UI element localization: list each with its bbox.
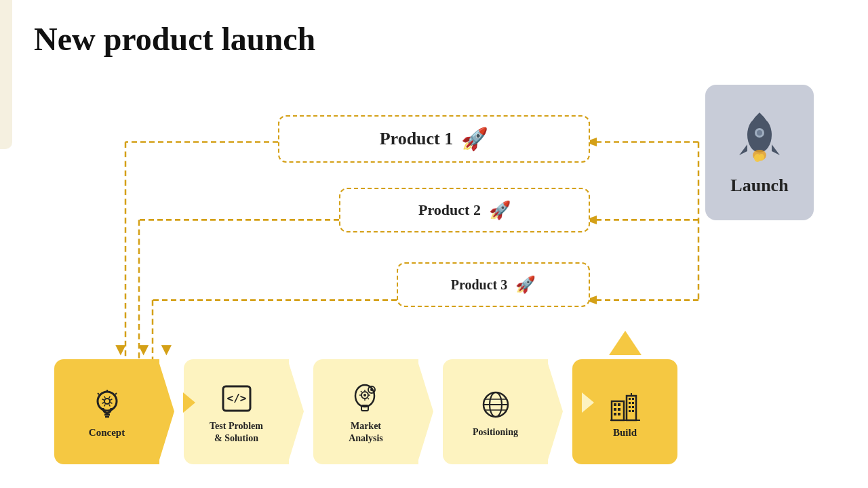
svg-point-26	[105, 399, 109, 403]
down-arrow-1: ▼	[112, 341, 130, 359]
product-2-label: Product 2	[418, 201, 481, 219]
svg-rect-54	[629, 398, 631, 400]
step-arrow-4	[582, 392, 601, 415]
svg-point-18	[759, 154, 764, 161]
svg-marker-64	[183, 392, 195, 413]
svg-rect-61	[632, 410, 634, 412]
launch-box: Launch	[705, 85, 814, 220]
positioning-label: Positioning	[473, 426, 518, 439]
svg-line-23	[98, 393, 99, 394]
svg-rect-55	[632, 398, 634, 400]
svg-marker-65	[316, 392, 328, 413]
page-title: New product launch	[34, 20, 841, 58]
page: New product launch	[0, 0, 868, 488]
build-label: Build	[613, 427, 637, 439]
product-2-box: Product 2 🚀	[339, 188, 590, 232]
svg-rect-51	[614, 413, 616, 415]
svg-rect-47	[614, 403, 616, 406]
concept-arrow-tip	[158, 359, 174, 464]
test-problem-icon: </>	[219, 381, 254, 416]
svg-line-37	[361, 391, 362, 392]
diagram: Product 1 🚀 Product 2 🚀 Product 3 🚀	[27, 78, 841, 471]
product-1-label: Product 1	[380, 129, 454, 149]
down-arrow-2: ▼	[135, 341, 153, 359]
svg-rect-48	[618, 403, 620, 406]
product-3-rocket: 🚀	[515, 275, 536, 294]
down-arrow-3: ▼	[157, 341, 175, 359]
svg-rect-57	[632, 402, 634, 404]
svg-rect-49	[614, 408, 616, 411]
svg-rect-56	[629, 402, 631, 404]
market-analysis-arrow-tip	[417, 359, 433, 464]
positioning-arrow-tip	[547, 359, 563, 464]
product-2-rocket: 🚀	[489, 200, 511, 221]
svg-rect-52	[618, 413, 620, 415]
svg-text:</>: </>	[226, 392, 246, 405]
svg-rect-60	[629, 410, 631, 412]
svg-point-40	[370, 388, 373, 391]
positioning-icon	[478, 387, 513, 422]
svg-marker-67	[582, 392, 594, 413]
svg-point-15	[757, 130, 762, 136]
market-analysis-label: MarketAnalysis	[349, 420, 383, 445]
svg-line-24	[115, 393, 117, 394]
concept-step: Concept	[54, 359, 159, 464]
concept-label: Concept	[89, 427, 125, 439]
product-3-label: Product 3	[451, 277, 508, 293]
svg-rect-58	[629, 406, 631, 408]
svg-rect-50	[618, 408, 620, 411]
step-arrow-3	[449, 392, 468, 415]
svg-rect-59	[632, 406, 634, 408]
product-1-box: Product 1 🚀	[278, 115, 590, 163]
market-analysis-icon	[349, 381, 384, 416]
product-1-rocket: 🚀	[461, 126, 488, 152]
step-arrow-2	[316, 392, 335, 415]
test-problem-arrow-tip	[288, 359, 304, 464]
svg-rect-53	[627, 396, 636, 420]
step-arrow-1	[183, 392, 202, 415]
corner-accent	[0, 0, 12, 149]
build-icon	[608, 388, 643, 423]
product-3-box: Product 3 🚀	[397, 262, 590, 307]
down-arrows: ▼ ▼ ▼	[112, 341, 175, 359]
svg-line-38	[368, 398, 369, 399]
concept-icon	[90, 388, 125, 423]
test-problem-label: Test Problem& Solution	[210, 420, 263, 445]
svg-point-32	[363, 394, 366, 396]
launch-rocket-icon	[732, 109, 787, 170]
launch-label: Launch	[730, 176, 788, 196]
svg-marker-66	[449, 392, 461, 413]
concept-wrapper: Concept	[54, 359, 159, 464]
build-up-arrow	[609, 331, 642, 355]
